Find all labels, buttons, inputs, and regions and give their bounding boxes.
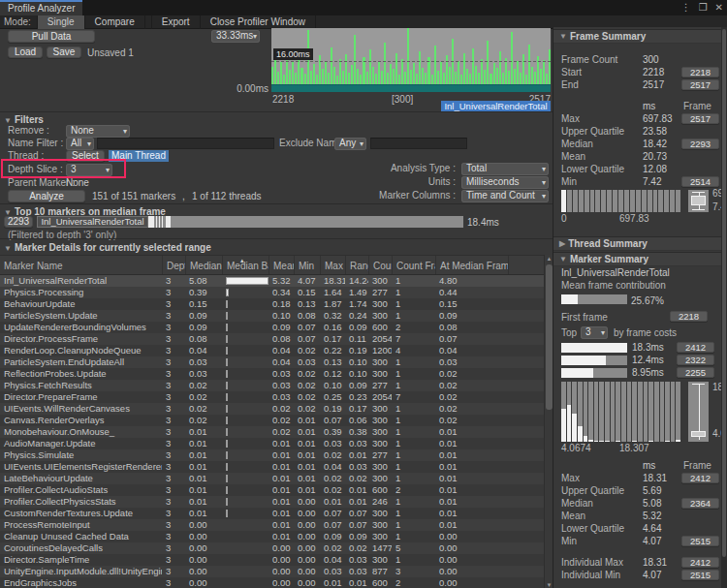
table-row[interactable]: ProcessRemoteInput30.000.010.000.070.073…	[0, 519, 544, 531]
filters-header[interactable]: ▼Filters	[4, 114, 44, 125]
table-row[interactable]: LateBehaviourUpdate30.010.010.010.020.02…	[0, 473, 544, 484]
table-row[interactable]: CustomRenderTextures.Update30.010.010.00…	[0, 508, 544, 519]
frame-button[interactable]: 2293	[681, 139, 719, 149]
table-row[interactable]: CoroutinesDelayedCalls30.000.000.000.020…	[0, 542, 544, 554]
table-row[interactable]: Profiler.CollectAudioStats30.010.010.010…	[0, 484, 544, 496]
top-n-dropdown[interactable]: 3▾	[581, 326, 608, 339]
interval-dropdown[interactable]: 33.33ms ▾	[211, 30, 260, 43]
table-row[interactable]: EndGraphicsJobs30.000.000.000.010.016002…	[0, 577, 544, 588]
stat-value: 2517	[643, 79, 680, 90]
table-row[interactable]: RenderLoop.CleanupNodeQueue30.040.040.02…	[0, 345, 544, 356]
scrollbar-thumb[interactable]	[722, 29, 726, 557]
table-row[interactable]: UnityEngine.InputModule.dll!UnityEngineI…	[0, 566, 544, 577]
frame-summary-header[interactable]: ▼ Frame Summary	[553, 29, 721, 44]
stat-label: Upper Quartile	[561, 485, 643, 496]
exclude-names-dropdown[interactable]: Any▾	[334, 138, 366, 150]
cell: 0.00	[185, 554, 222, 566]
median-bar-cell	[222, 403, 269, 415]
table-row[interactable]: ParticleSystem.Update30.090.100.080.320.…	[0, 310, 544, 322]
column-header-depth[interactable]: Depth	[162, 256, 185, 274]
column-header-max[interactable]: Max	[320, 256, 345, 274]
table-row[interactable]: Profiler.CollectPhysicsStats30.010.010.0…	[0, 496, 544, 508]
remove-dropdown[interactable]: None▾	[66, 125, 130, 138]
median-frame-button[interactable]: 2293	[4, 216, 33, 228]
close-icon[interactable]: ✕	[715, 3, 723, 13]
load-button[interactable]: Load	[8, 46, 43, 58]
frame-button[interactable]: 2412	[681, 473, 719, 483]
column-header-count-frame[interactable]: Count Frame	[392, 256, 435, 274]
save-button[interactable]: Save	[47, 46, 81, 58]
column-header-median-bar[interactable]: Median Bar▴	[222, 256, 269, 274]
first-frame-button[interactable]: 2218	[670, 311, 708, 322]
column-header-at-median-frame[interactable]: At Median Frame	[435, 256, 508, 274]
table-row[interactable]: Physics.Processing30.390.340.151.641.492…	[0, 287, 544, 298]
frame-button[interactable]: 2218	[681, 67, 719, 77]
cell: 0.17	[345, 403, 368, 415]
table-row[interactable]: ParticleSystem.EndUpdateAll30.030.040.03…	[0, 356, 544, 368]
frame-button[interactable]: 2322	[677, 355, 714, 365]
column-header-label: Median	[190, 261, 222, 271]
frame-button[interactable]: 2255	[677, 367, 714, 378]
table-row[interactable]: UIEvents.UIElementsRegisterRenderers30.0…	[0, 461, 544, 473]
frame-time-graph[interactable]: 16.00ms	[271, 28, 551, 92]
marker-summary-header[interactable]: ▼ Marker Summary	[553, 252, 721, 266]
column-header-count[interactable]: Count	[368, 256, 392, 274]
analysis-type-dropdown[interactable]: Total▾	[461, 163, 549, 175]
tab-profile-analyzer[interactable]: Profile Analyzer	[0, 0, 82, 15]
frame-button: Frame	[683, 460, 711, 471]
column-header-marker-name[interactable]: Marker Name	[0, 256, 162, 274]
stat-value: 697.83	[643, 113, 680, 124]
table-row[interactable]: Cleanup Unused Cached Data30.000.010.000…	[0, 531, 544, 542]
maximize-icon[interactable]: ❐	[699, 3, 708, 13]
table-row[interactable]: Physics.FetchResults30.020.030.020.100.0…	[0, 380, 544, 391]
median-bar	[226, 451, 228, 459]
scrollbar-thumb[interactable]	[546, 264, 553, 410]
foldout-open-icon: ▼	[559, 32, 567, 41]
table-row[interactable]: BehaviourUpdate30.150.180.131.871.743001…	[0, 298, 544, 310]
units-dropdown[interactable]: Milliseconds▾	[461, 176, 549, 189]
name-filter-label: Name Filter :	[8, 138, 63, 148]
table-row[interactable]: Inl_UniversalRenderTotal35.085.324.0718.…	[0, 275, 544, 287]
right-panel-scrollbar[interactable]	[721, 27, 727, 588]
table-row[interactable]: Director.SampleTime30.000.000.000.040.03…	[0, 554, 544, 566]
stat-value: 18.31	[643, 557, 680, 568]
column-header-range[interactable]: Range	[345, 256, 368, 274]
column-header-min[interactable]: Min	[294, 256, 320, 274]
table-row[interactable]: Physics.Simulate30.010.010.010.020.01277…	[0, 449, 544, 461]
table-row[interactable]: Director.PrepareFrame30.020.030.020.250.…	[0, 391, 544, 403]
frame-button[interactable]: 2517	[681, 113, 719, 124]
marker-columns-dropdown[interactable]: Time and Count▾	[461, 190, 549, 202]
column-header-mean[interactable]: Mean	[269, 256, 294, 274]
table-row[interactable]: ReflectionProbes.Update30.030.030.020.12…	[0, 368, 544, 380]
frame-button[interactable]: 2412	[681, 557, 719, 568]
pull-data-button[interactable]: Pull Data	[8, 30, 95, 43]
table-row[interactable]: AudioManager.Update30.010.010.010.030.03…	[0, 438, 544, 449]
table-row[interactable]: Monobehaviour.OnMouse_30.010.020.010.390…	[0, 426, 544, 438]
name-filter-input[interactable]	[97, 138, 274, 149]
kebab-menu-icon[interactable]: ⋮	[681, 3, 691, 13]
table-row[interactable]: UIEvents.WillRenderCanvases30.020.020.02…	[0, 403, 544, 415]
table-scrollbar[interactable]: ▲ ▼	[544, 255, 553, 588]
column-header-median[interactable]: Median	[185, 256, 222, 274]
table-row[interactable]: Director.ProcessFrame30.080.080.070.170.…	[0, 333, 544, 345]
top10-bar[interactable]: Inl_UniversalRenderTotal	[37, 216, 463, 228]
name-filter-mode-dropdown[interactable]: All▾	[66, 138, 94, 150]
exclude-names-input[interactable]	[370, 138, 467, 149]
frame-button[interactable]: 2517	[681, 79, 719, 90]
frame-button[interactable]: 2514	[681, 176, 719, 187]
frame-button[interactable]: 2364	[681, 498, 719, 509]
cell: 0.39	[185, 287, 222, 298]
thread-summary-header[interactable]: ▶ Thread Summary	[553, 236, 721, 251]
frame-button[interactable]: 2412	[677, 342, 714, 353]
marker-details-header[interactable]: ▼Marker Details for currently selected r…	[4, 242, 211, 253]
cell	[508, 531, 544, 542]
table-row[interactable]: UpdateRendererBoundingVolumes30.090.090.…	[0, 322, 544, 333]
table-row[interactable]: Canvas.RenderOverlays30.020.020.010.070.…	[0, 415, 544, 426]
cell: 0.02	[185, 415, 222, 426]
frame-button[interactable]: 2515	[681, 570, 719, 580]
histogram-bar-highlight	[632, 441, 637, 442]
cell: 0.02	[320, 484, 345, 496]
frame-button[interactable]: 2515	[681, 536, 719, 546]
median-bar-cell	[222, 368, 269, 380]
column-header-label: At Median Frame	[440, 261, 508, 271]
